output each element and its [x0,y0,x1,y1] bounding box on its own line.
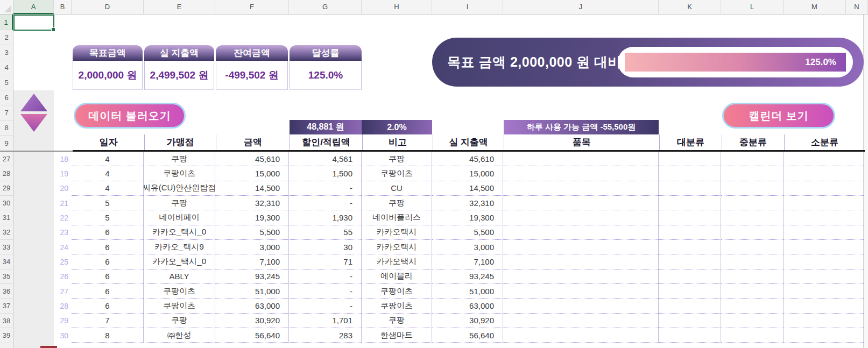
cell-merchant[interactable]: 카카오_택시9 [144,240,215,254]
row-header-6[interactable]: 6 [0,90,13,105]
cell-seq[interactable]: 18 [54,152,72,166]
cell-note[interactable]: 쿠팡이츠 [362,166,432,181]
cell-category-major[interactable] [659,269,721,284]
cell-seq[interactable]: 29 [54,314,72,328]
cell-date[interactable]: 4 [72,166,144,181]
cell-actual-spend[interactable]: 19,300 [432,210,503,225]
cell-seq[interactable]: 22 [54,210,72,225]
cell-merchant[interactable]: 쿠팡이츠 [144,166,215,181]
cell-seq[interactable]: 28 [54,299,72,313]
cell-date[interactable]: 6 [72,299,144,313]
row-header-9[interactable]: 9 [0,136,13,152]
row-header-27[interactable]: 27 [0,152,13,166]
cell-note[interactable]: 쿠팡이츠 [362,284,432,299]
cell-amount[interactable]: 30,920 [215,314,289,328]
cell-discount[interactable]: 1,701 [289,314,362,328]
cell-note[interactable]: 에이블리 [362,269,432,284]
row-header-35[interactable]: 35 [0,269,13,284]
column-header-H[interactable]: H [362,0,432,14]
cell-category-mid[interactable] [721,240,784,254]
cell-category-minor[interactable] [784,299,864,313]
cell-category-minor[interactable] [784,196,864,210]
cell-merchant[interactable]: 씨유(CU)안산원탑점 [144,181,215,196]
cell-seq[interactable]: 26 [54,269,72,284]
cell-category-mid[interactable] [721,152,784,166]
cell-note[interactable]: 카카오택시 [362,240,432,254]
cell-item[interactable] [503,240,659,254]
cell-note[interactable]: CU [362,181,432,196]
cell-category-minor[interactable] [784,166,864,181]
row-header-33[interactable]: 33 [0,240,13,254]
cell-discount[interactable]: - [289,269,362,284]
cell-discount[interactable]: 55 [289,225,362,240]
row-header-34[interactable]: 34 [0,254,13,269]
header-category-mid[interactable]: 중분류 [722,134,785,150]
cell-category-major[interactable] [659,166,721,181]
cell-item[interactable] [503,254,659,269]
cell-discount[interactable]: 1,500 [289,166,362,181]
header-note[interactable]: 비고 [363,134,433,150]
cell-category-mid[interactable] [721,210,784,225]
cell-category-major[interactable] [659,299,721,313]
cell-seq[interactable]: 19 [54,166,72,181]
cell-category-mid[interactable] [721,181,784,196]
cell-date[interactable]: 5 [72,196,144,210]
cell-date[interactable]: 4 [72,152,144,166]
header-discount[interactable]: 할인/적립액 [290,134,363,150]
cell-merchant[interactable]: 쿠팡 [144,314,215,328]
cell-actual-spend[interactable]: 32,310 [432,196,503,210]
cell-merchant[interactable]: 쿠팡 [144,152,215,166]
row-header-30[interactable]: 30 [0,196,13,210]
cell-discount[interactable]: 1,930 [289,210,362,225]
cell-date[interactable]: 6 [72,240,144,254]
cell-merchant[interactable]: 쿠팡이츠 [144,284,215,299]
cell-amount[interactable]: 51,000 [215,284,289,299]
cell-item[interactable] [503,166,659,181]
cell-actual-spend[interactable]: 3,000 [432,240,503,254]
cell-amount[interactable]: 19,300 [215,210,289,225]
cell-note[interactable]: 쿠팡 [362,196,432,210]
cell-category-minor[interactable] [784,269,864,284]
cell-seq[interactable]: 30 [54,328,72,343]
cell-amount[interactable]: 3,000 [215,240,289,254]
cell-merchant[interactable]: 네이버페이 [144,210,215,225]
header-category-minor[interactable]: 소분류 [785,134,865,150]
cell-discount[interactable]: 71 [289,254,362,269]
cell-discount[interactable]: - [289,284,362,299]
cell-item[interactable] [503,210,659,225]
cell-category-major[interactable] [659,210,721,225]
cell-category-major[interactable] [659,152,721,166]
cell-amount[interactable]: 56,640 [215,328,289,343]
cell-merchant[interactable]: 카카오_택시_0 [144,225,215,240]
cell-date[interactable]: 7 [72,314,144,328]
row-header-4[interactable]: 4 [0,60,13,75]
cell-seq[interactable]: 20 [54,181,72,196]
row-header-3[interactable]: 3 [0,45,13,60]
row-header-37[interactable]: 37 [0,299,13,314]
cell-category-minor[interactable] [784,210,864,225]
cell-category-minor[interactable] [784,225,864,240]
cell-category-major[interactable] [659,181,721,196]
cell-date[interactable]: 6 [72,254,144,269]
cell-note[interactable]: 카카오택시 [362,254,432,269]
column-header-I[interactable]: I [432,0,503,14]
cell-category-mid[interactable] [721,196,784,210]
header-amount[interactable]: 금액 [216,134,290,150]
row-header-8[interactable]: 8 [0,120,13,136]
cell-category-mid[interactable] [721,166,784,181]
cell-item[interactable] [503,299,659,313]
cell-discount[interactable]: 4,561 [289,152,362,166]
header-date[interactable]: 일자 [73,134,145,150]
cell-actual-spend[interactable]: 63,000 [432,299,503,313]
cell-category-mid[interactable] [721,284,784,299]
row-header-39[interactable]: 39 [0,328,13,343]
cell-discount[interactable]: 283 [289,328,362,343]
cell-category-major[interactable] [659,314,721,328]
column-header-G[interactable]: G [289,0,362,14]
cell-actual-spend[interactable]: 15,000 [432,166,503,181]
column-header-B[interactable]: B [54,0,72,14]
cell-discount[interactable]: 30 [289,240,362,254]
cell-item[interactable] [503,328,659,343]
cell-note[interactable]: 한샘마트 [362,328,432,343]
cell-category-major[interactable] [659,240,721,254]
